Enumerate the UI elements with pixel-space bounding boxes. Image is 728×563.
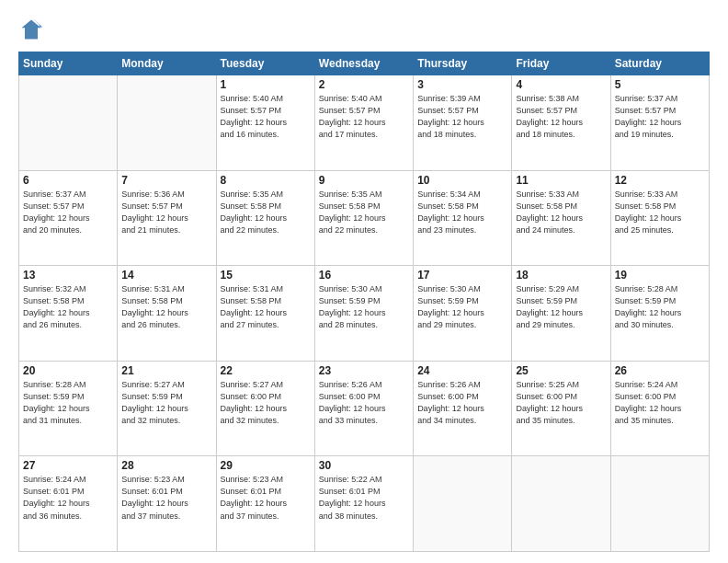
day-info: Sunrise: 5:24 AM Sunset: 6:00 PM Dayligh…	[615, 379, 705, 427]
day-info: Sunrise: 5:28 AM Sunset: 5:59 PM Dayligh…	[23, 379, 113, 427]
day-number: 27	[23, 459, 113, 472]
day-number: 14	[121, 269, 211, 282]
calendar-cell: 6Sunrise: 5:37 AM Sunset: 5:57 PM Daylig…	[19, 170, 118, 266]
day-info: Sunrise: 5:37 AM Sunset: 5:57 PM Dayligh…	[615, 93, 705, 141]
day-number: 11	[516, 174, 606, 187]
week-row-5: 27Sunrise: 5:24 AM Sunset: 6:01 PM Dayli…	[19, 456, 710, 552]
day-number: 5	[615, 78, 705, 91]
day-info: Sunrise: 5:36 AM Sunset: 5:57 PM Dayligh…	[121, 189, 211, 236]
calendar-cell: 24Sunrise: 5:26 AM Sunset: 6:00 PM Dayli…	[414, 361, 512, 456]
day-number: 15	[221, 269, 311, 282]
calendar-cell: 27Sunrise: 5:24 AM Sunset: 6:01 PM Dayli…	[19, 456, 118, 552]
col-header-sunday: Sunday	[19, 52, 118, 75]
day-info: Sunrise: 5:34 AM Sunset: 5:58 PM Dayligh…	[417, 189, 507, 236]
calendar-cell: 14Sunrise: 5:31 AM Sunset: 5:58 PM Dayli…	[118, 266, 216, 362]
day-number: 6	[23, 174, 113, 187]
day-info: Sunrise: 5:39 AM Sunset: 5:57 PM Dayligh…	[417, 93, 507, 141]
col-header-tuesday: Tuesday	[216, 52, 314, 75]
day-info: Sunrise: 5:37 AM Sunset: 5:57 PM Dayligh…	[23, 189, 113, 236]
calendar-cell: 23Sunrise: 5:26 AM Sunset: 6:00 PM Dayli…	[314, 361, 413, 456]
calendar-cell: 13Sunrise: 5:32 AM Sunset: 5:58 PM Dayli…	[19, 266, 118, 362]
day-info: Sunrise: 5:30 AM Sunset: 5:59 PM Dayligh…	[417, 283, 507, 331]
calendar-cell: 26Sunrise: 5:24 AM Sunset: 6:00 PM Dayli…	[610, 361, 709, 456]
day-number: 7	[121, 174, 211, 187]
calendar-cell: 1Sunrise: 5:40 AM Sunset: 5:57 PM Daylig…	[216, 75, 314, 171]
week-row-3: 13Sunrise: 5:32 AM Sunset: 5:58 PM Dayli…	[19, 266, 710, 362]
calendar-cell: 7Sunrise: 5:36 AM Sunset: 5:57 PM Daylig…	[118, 170, 216, 266]
calendar-cell: 30Sunrise: 5:22 AM Sunset: 6:01 PM Dayli…	[314, 456, 413, 552]
day-number: 9	[319, 174, 409, 187]
calendar-cell: 5Sunrise: 5:37 AM Sunset: 5:57 PM Daylig…	[610, 75, 709, 171]
logo-icon	[18, 17, 44, 42]
calendar-cell: 25Sunrise: 5:25 AM Sunset: 6:00 PM Dayli…	[512, 361, 610, 456]
calendar-cell: 28Sunrise: 5:23 AM Sunset: 6:01 PM Dayli…	[118, 456, 216, 552]
day-number: 24	[417, 364, 507, 377]
calendar-cell: 8Sunrise: 5:35 AM Sunset: 5:58 PM Daylig…	[216, 170, 314, 266]
calendar-cell: 17Sunrise: 5:30 AM Sunset: 5:59 PM Dayli…	[414, 266, 512, 362]
day-info: Sunrise: 5:31 AM Sunset: 5:58 PM Dayligh…	[121, 283, 211, 331]
calendar-cell: 19Sunrise: 5:28 AM Sunset: 5:59 PM Dayli…	[610, 266, 709, 362]
day-number: 30	[319, 459, 409, 472]
day-info: Sunrise: 5:25 AM Sunset: 6:00 PM Dayligh…	[516, 379, 606, 427]
calendar-cell: 20Sunrise: 5:28 AM Sunset: 5:59 PM Dayli…	[19, 361, 118, 456]
calendar-cell	[19, 75, 118, 171]
calendar-cell: 21Sunrise: 5:27 AM Sunset: 5:59 PM Dayli…	[118, 361, 216, 456]
calendar-cell	[118, 75, 216, 171]
day-number: 18	[516, 269, 606, 282]
calendar-cell: 2Sunrise: 5:40 AM Sunset: 5:57 PM Daylig…	[314, 75, 413, 171]
day-info: Sunrise: 5:23 AM Sunset: 6:01 PM Dayligh…	[121, 474, 211, 522]
day-number: 23	[319, 364, 409, 377]
day-number: 13	[23, 269, 113, 282]
day-number: 17	[417, 269, 507, 282]
day-info: Sunrise: 5:35 AM Sunset: 5:58 PM Dayligh…	[319, 189, 409, 236]
day-number: 16	[319, 269, 409, 282]
calendar-cell: 29Sunrise: 5:23 AM Sunset: 6:01 PM Dayli…	[216, 456, 314, 552]
col-header-friday: Friday	[512, 52, 610, 75]
header	[18, 17, 710, 42]
calendar-cell: 4Sunrise: 5:38 AM Sunset: 5:57 PM Daylig…	[512, 75, 610, 171]
calendar-cell: 3Sunrise: 5:39 AM Sunset: 5:57 PM Daylig…	[414, 75, 512, 171]
calendar-cell: 22Sunrise: 5:27 AM Sunset: 6:00 PM Dayli…	[216, 361, 314, 456]
col-header-monday: Monday	[118, 52, 216, 75]
day-number: 21	[121, 364, 211, 377]
day-number: 22	[221, 364, 311, 377]
week-row-4: 20Sunrise: 5:28 AM Sunset: 5:59 PM Dayli…	[19, 361, 710, 456]
day-number: 8	[221, 174, 311, 187]
day-number: 26	[615, 364, 705, 377]
calendar-cell	[610, 456, 709, 552]
calendar-cell: 18Sunrise: 5:29 AM Sunset: 5:59 PM Dayli…	[512, 266, 610, 362]
day-info: Sunrise: 5:22 AM Sunset: 6:01 PM Dayligh…	[319, 474, 409, 522]
day-info: Sunrise: 5:33 AM Sunset: 5:58 PM Dayligh…	[516, 189, 606, 236]
day-number: 29	[221, 459, 311, 472]
day-number: 25	[516, 364, 606, 377]
day-info: Sunrise: 5:32 AM Sunset: 5:58 PM Dayligh…	[23, 283, 113, 331]
calendar-cell: 15Sunrise: 5:31 AM Sunset: 5:58 PM Dayli…	[216, 266, 314, 362]
week-row-1: 1Sunrise: 5:40 AM Sunset: 5:57 PM Daylig…	[19, 75, 710, 171]
day-number: 2	[319, 78, 409, 91]
day-number: 20	[23, 364, 113, 377]
day-info: Sunrise: 5:33 AM Sunset: 5:58 PM Dayligh…	[615, 189, 705, 236]
day-info: Sunrise: 5:27 AM Sunset: 5:59 PM Dayligh…	[121, 379, 211, 427]
calendar-cell: 16Sunrise: 5:30 AM Sunset: 5:59 PM Dayli…	[314, 266, 413, 362]
day-info: Sunrise: 5:30 AM Sunset: 5:59 PM Dayligh…	[319, 283, 409, 331]
day-number: 28	[121, 459, 211, 472]
calendar-cell	[414, 456, 512, 552]
day-info: Sunrise: 5:28 AM Sunset: 5:59 PM Dayligh…	[615, 283, 705, 331]
day-number: 10	[417, 174, 507, 187]
day-info: Sunrise: 5:35 AM Sunset: 5:58 PM Dayligh…	[221, 189, 311, 236]
day-info: Sunrise: 5:27 AM Sunset: 6:00 PM Dayligh…	[221, 379, 311, 427]
svg-marker-1	[22, 20, 41, 40]
day-number: 4	[516, 78, 606, 91]
col-header-saturday: Saturday	[610, 52, 709, 75]
calendar-cell	[512, 456, 610, 552]
day-info: Sunrise: 5:24 AM Sunset: 6:01 PM Dayligh…	[23, 474, 113, 522]
day-info: Sunrise: 5:29 AM Sunset: 5:59 PM Dayligh…	[516, 283, 606, 331]
day-info: Sunrise: 5:40 AM Sunset: 5:57 PM Dayligh…	[319, 93, 409, 141]
calendar-cell: 10Sunrise: 5:34 AM Sunset: 5:58 PM Dayli…	[414, 170, 512, 266]
day-number: 3	[417, 78, 507, 91]
week-row-2: 6Sunrise: 5:37 AM Sunset: 5:57 PM Daylig…	[19, 170, 710, 266]
day-info: Sunrise: 5:31 AM Sunset: 5:58 PM Dayligh…	[221, 283, 311, 331]
calendar-header-row: SundayMondayTuesdayWednesdayThursdayFrid…	[19, 52, 710, 75]
day-info: Sunrise: 5:23 AM Sunset: 6:01 PM Dayligh…	[221, 474, 311, 522]
day-info: Sunrise: 5:38 AM Sunset: 5:57 PM Dayligh…	[516, 93, 606, 141]
